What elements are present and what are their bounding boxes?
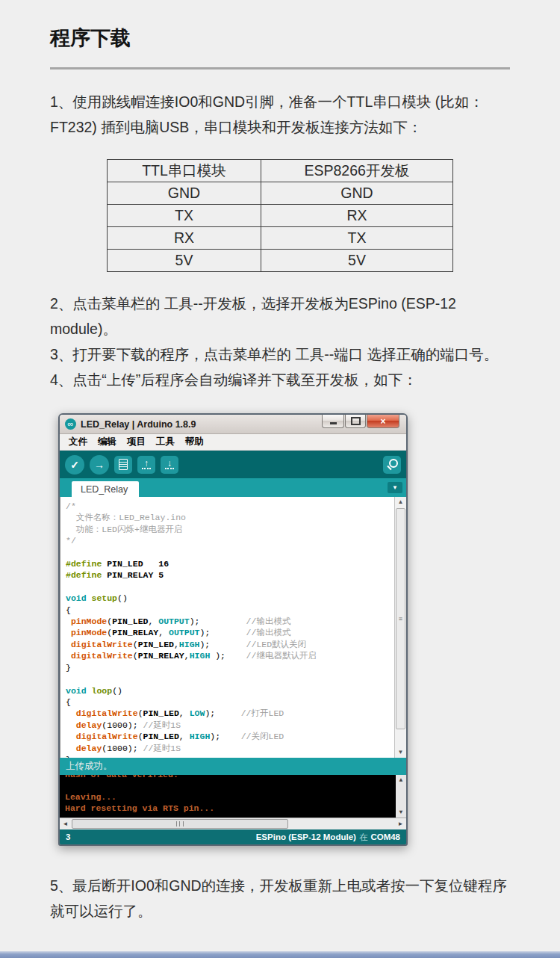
table-cell: TX	[261, 227, 452, 250]
steps-2-4: 2、点击菜单栏的 工具--开发板，选择开发板为ESPino (ESP-12 mo…	[0, 291, 560, 392]
serial-monitor-button[interactable]	[383, 456, 401, 474]
board-name: ESPino (ESP-12 Module)	[256, 832, 356, 841]
down-arrow-glyph: ↓	[167, 460, 172, 467]
code-line: pinMode(PIN_RELAY, OUTPUT); //输出模式	[66, 627, 391, 638]
scroll-left-icon[interactable]: ◄	[60, 818, 71, 829]
scroll-right-icon[interactable]: ►	[395, 818, 406, 829]
board-conj: 在	[359, 832, 368, 843]
code-line	[66, 547, 391, 558]
minimize-icon	[330, 422, 337, 424]
editor-scrollbar-thumb[interactable]: ≡	[396, 508, 405, 729]
scroll-down-icon[interactable]: ▼	[395, 747, 406, 758]
table-header-row: TTL串口模块ESP8266开发板	[108, 160, 453, 182]
code-line: delay(1000); //延时1S	[66, 743, 391, 754]
output-console: Hash of data verified. Leaving...Hard re…	[60, 775, 406, 818]
document-icon	[119, 459, 128, 470]
close-button[interactable]: ×	[367, 415, 399, 428]
status-strip: 上传成功。	[60, 758, 406, 775]
console-h-scrollbar[interactable]: ◄ ►	[60, 818, 406, 829]
code-line: }	[66, 754, 391, 758]
maximize-button[interactable]	[345, 415, 366, 428]
code-line: 文件名称：LED_Relay.ino	[66, 512, 391, 523]
up-arrow-glyph: ↑	[144, 460, 149, 467]
editor-scrollbar[interactable]: ▲ ≡ ▼	[394, 497, 406, 758]
save-down-arrow-icon: ↓	[165, 460, 174, 469]
document-page: 程序下载 1、使用跳线帽连接IO0和GND引脚，准备一个TTL串口模块 (比如：…	[0, 0, 560, 958]
title-divider	[50, 67, 510, 69]
step-4-text: 4、点击“上传”后程序会自动编译并下载至开发板，如下：	[50, 367, 510, 392]
port-name: COM48	[370, 832, 400, 841]
chevron-down-icon: ▼	[392, 484, 398, 491]
scroll-up-icon[interactable]: ▲	[395, 497, 406, 507]
code-line: digitalWrite(PIN_LED,HIGH); //LED默认关闭	[66, 639, 391, 650]
menu-item[interactable]: 帮助	[180, 436, 209, 448]
menu-item[interactable]: 编辑	[93, 436, 122, 448]
line-number: 3	[66, 832, 70, 841]
maximize-icon	[351, 417, 361, 425]
code-line: {	[66, 605, 391, 616]
open-button[interactable]: ↑	[137, 456, 155, 474]
window-title: LED_Relay | Arduino 1.8.9	[81, 419, 196, 430]
close-icon: ×	[380, 416, 385, 427]
magnifier-lens	[389, 459, 398, 468]
save-button[interactable]: ↓	[161, 456, 178, 474]
ide-toolbar: ✓ → ↑ ↓	[60, 451, 406, 478]
menu-item[interactable]: 工具	[151, 436, 180, 448]
wiring-table-body: TTL串口模块ESP8266开发板GNDGNDTXRXRXTX5V5V	[108, 160, 453, 272]
scroll-down-icon[interactable]: ▼	[396, 807, 406, 818]
console-lines: Hash of data verified. Leaving...Hard re…	[65, 775, 406, 814]
table-cell: RX	[108, 227, 261, 250]
menu-bar: 文件编辑项目工具帮助	[60, 434, 406, 451]
arrow-right-icon: →	[94, 460, 105, 470]
minimize-button[interactable]	[322, 415, 344, 428]
ide-statusbar: 3 ESPino (ESP-12 Module) 在 COM48	[60, 829, 406, 844]
code-line: 功能：LED闪烁+继电器开启	[66, 524, 391, 535]
code-line: /*	[66, 501, 391, 512]
code-line: delay(1000); //延时1S	[66, 720, 391, 731]
h-scrollbar-thumb[interactable]	[72, 819, 288, 829]
tab-dropdown-button[interactable]: ▼	[388, 482, 402, 493]
console-line	[65, 780, 406, 791]
check-icon: ✓	[70, 460, 79, 470]
grip-icon	[176, 821, 184, 826]
arduino-ide-window: ∞ LED_Relay | Arduino 1.8.9 × 文件编辑项目工具帮助…	[58, 413, 408, 846]
table-cell: GND	[108, 182, 261, 205]
arduino-logo-icon: ∞	[65, 418, 76, 430]
board-port-info: ESPino (ESP-12 Module) 在 COM48	[256, 832, 400, 843]
code-line	[66, 673, 391, 684]
tab-strip: LED_Relay ▼	[60, 478, 406, 497]
scroll-up-icon[interactable]: ▲	[396, 775, 406, 785]
code-line: {	[66, 696, 391, 708]
step-2-text: 2、点击菜单栏的 工具--开发板，选择开发板为ESPino (ESP-12 mo…	[50, 291, 510, 342]
page-title: 程序下载	[50, 25, 560, 52]
window-controls: ×	[322, 415, 399, 428]
new-sketch-button[interactable]	[114, 456, 132, 474]
table-cell: ESP8266开发板	[261, 160, 452, 182]
code-area: /* 文件名称：LED_Relay.ino 功能：LED闪烁+继电器开启*/ #…	[60, 497, 406, 758]
table-cell: GND	[261, 182, 452, 205]
step-5-text: 5、最后断开IO0和GND的连接，开发板重新上电或者按一下复位键程序就可以运行了…	[50, 873, 510, 924]
code-line	[66, 581, 391, 593]
tab-led-relay[interactable]: LED_Relay	[72, 481, 139, 497]
code-line: digitalWrite(PIN_LED, LOW); //打开LED	[66, 708, 391, 719]
table-row: RXTX	[108, 227, 453, 250]
status-message: 上传成功。	[66, 761, 113, 771]
code-line: #define PIN_RELAY 5	[66, 569, 391, 581]
window-titlebar[interactable]: ∞ LED_Relay | Arduino 1.8.9 ×	[60, 415, 406, 434]
console-scrollbar[interactable]: ▲ ▼	[396, 775, 406, 818]
code-line: void loop()	[66, 685, 391, 696]
code-line: #define PIN_LED 16	[66, 558, 391, 569]
upload-button[interactable]: →	[90, 455, 109, 475]
code-editor[interactable]: /* 文件名称：LED_Relay.ino 功能：LED闪烁+继电器开启*/ #…	[60, 497, 406, 758]
wiring-table: TTL串口模块ESP8266开发板GNDGNDTXRXRXTX5V5V	[107, 159, 453, 272]
menu-item[interactable]: 项目	[122, 436, 151, 448]
table-cell: 5V	[108, 250, 261, 272]
grip-icon: ≡	[399, 615, 402, 622]
verify-button[interactable]: ✓	[65, 455, 84, 475]
console-line: Hash of data verified.	[65, 775, 406, 780]
code-line: }	[66, 662, 391, 673]
table-cell: TX	[108, 205, 261, 227]
menu-item[interactable]: 文件	[63, 436, 93, 448]
code-line: void setup()	[66, 593, 391, 604]
table-cell: TTL串口模块	[108, 160, 261, 182]
